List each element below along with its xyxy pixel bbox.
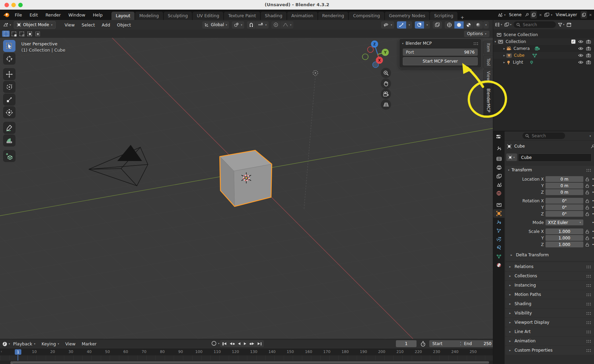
timeline-ruler[interactable]: ‹ 10203040506070809010011012013014015016… [0, 349, 493, 355]
viewport-menu-add[interactable]: Add [98, 22, 114, 28]
workspace-tab-compositing[interactable]: Compositing [349, 12, 384, 20]
object-name-field[interactable]: Cube [518, 153, 592, 162]
transform-drag-handle[interactable] [586, 169, 591, 172]
tab-material-properties[interactable] [493, 261, 505, 269]
object-mode-dropdown[interactable]: Object Mode ▾ [14, 21, 56, 29]
timeline-scrollbar[interactable] [0, 361, 493, 364]
snap-toggle[interactable] [247, 21, 256, 29]
drag-handle[interactable] [586, 293, 591, 296]
menu-edit[interactable]: Edit [26, 12, 42, 18]
tab-particle-properties[interactable] [493, 226, 505, 235]
rotation-z-field[interactable]: 0° [546, 211, 583, 217]
timeline-editor-type-dropdown[interactable]: ▾ [2, 341, 10, 347]
outliner-row-scene-collection[interactable]: Scene Collection [493, 31, 594, 38]
unlink-scene-button[interactable]: ✕ [538, 13, 542, 17]
properties-editor-type-dropdown[interactable] [493, 132, 505, 141]
frame-start-field[interactable]: Start1 [429, 340, 466, 347]
scale-y-field[interactable]: 1.000 [546, 235, 583, 241]
panel-collections[interactable]: ▸Collections [505, 271, 594, 280]
menu-help[interactable]: Help [89, 12, 107, 18]
zoom-window-button[interactable] [18, 3, 23, 7]
jump-to-end-button[interactable] [256, 340, 263, 347]
panel-custom-properties[interactable]: ▸Custom Properties [505, 346, 594, 355]
sidebar-tab-view[interactable]: View [483, 69, 493, 83]
select-mode-subtract-button[interactable] [18, 31, 25, 37]
animate-dot[interactable]: • [592, 212, 594, 216]
tab-render-properties[interactable] [493, 154, 505, 163]
perspective-toggle-button[interactable] [381, 99, 391, 110]
panel-visibility[interactable]: ▸Visibility [505, 309, 594, 318]
location-z-field[interactable]: 0 m [546, 189, 583, 195]
gizmo-dropdown[interactable]: ▾ [407, 21, 412, 29]
lock-icon[interactable] [585, 243, 589, 247]
proportional-falloff-dropdown[interactable]: ▾ [281, 21, 293, 29]
scale-z-field[interactable]: 1.000 [546, 242, 583, 247]
tab-view-layer-properties[interactable] [493, 172, 505, 180]
workspace-tab-sculpting[interactable]: Sculpting [164, 12, 192, 20]
playhead-line[interactable] [18, 355, 18, 361]
breadcrumb-object-name[interactable]: Cube [514, 144, 525, 149]
tab-world-properties[interactable] [493, 189, 505, 197]
show-object-types-dropdown[interactable]: ▾ [381, 21, 394, 29]
rotation-y-field[interactable]: 0° [546, 204, 583, 210]
navigation-axis-gizmo[interactable]: Z Y X [361, 39, 393, 70]
light-expand-chevron[interactable]: ▸ [502, 61, 506, 64]
light-hide-icon[interactable] [578, 61, 583, 64]
sidebar-tab-tool[interactable]: Tool [483, 55, 493, 69]
tab-output-properties[interactable] [493, 163, 505, 172]
timeline-menu-playback[interactable]: Playback▾ [10, 341, 39, 346]
workspace-tab-animation[interactable]: Animation [287, 12, 317, 20]
camera-hide-icon[interactable] [578, 47, 583, 50]
outliner-filter-id-dropdown[interactable]: ▾ [504, 22, 511, 27]
menu-file[interactable]: File [11, 12, 26, 18]
workspace-tab-geometry-nodes[interactable]: Geometry Nodes [385, 12, 429, 20]
tab-object-data-properties[interactable] [493, 252, 505, 261]
animate-dot[interactable]: • [592, 205, 594, 210]
tab-physics-properties[interactable] [493, 235, 505, 244]
shading-solid-button[interactable] [454, 21, 464, 29]
drag-handle[interactable] [586, 312, 591, 315]
lock-icon[interactable] [585, 177, 589, 181]
tab-tool-properties[interactable] [493, 144, 505, 152]
outliner-row-collection[interactable]: ▾ Collection ✓ [493, 38, 594, 45]
ruler-collapse-chevron[interactable]: ‹ [1, 350, 2, 353]
cube-expand-chevron[interactable]: ▸ [502, 54, 506, 57]
drag-handle[interactable] [586, 321, 591, 324]
tool-cursor[interactable] [3, 53, 15, 65]
viewlayer-icon[interactable] [544, 12, 550, 17]
tab-modifier-properties[interactable] [493, 218, 505, 226]
light-data-icon[interactable] [529, 60, 534, 65]
panel-viewport-display[interactable]: ▸Viewport Display [505, 318, 594, 327]
tool-measure[interactable] [3, 135, 15, 147]
viewlayer-name[interactable]: ViewLayer [554, 12, 579, 17]
outliner-row-cube[interactable]: ▸ Cube [493, 52, 594, 59]
object-id-icon-dropdown[interactable]: ▾ [506, 153, 517, 161]
tab-collection-properties[interactable] [493, 201, 505, 209]
new-collection-button[interactable] [566, 22, 572, 27]
xray-toggle[interactable] [433, 21, 442, 29]
close-window-button[interactable] [4, 3, 9, 7]
timeline-tracks[interactable] [0, 355, 493, 361]
select-mode-invert-button[interactable] [26, 31, 33, 37]
animate-dot[interactable]: • [592, 229, 594, 234]
lock-icon[interactable] [585, 236, 589, 240]
shading-material-button[interactable] [464, 21, 473, 29]
play-reverse-button[interactable] [236, 340, 242, 347]
workspace-tab-shading[interactable]: Shading [261, 12, 287, 20]
tab-scene-properties[interactable] [493, 180, 505, 189]
select-mode-intersect-button[interactable] [34, 31, 41, 37]
lock-icon[interactable] [585, 229, 589, 234]
location-y-field[interactable]: 0 m [546, 183, 583, 189]
timeline-menu-keying[interactable]: Keying▾ [39, 341, 62, 346]
scene-browse-chevron[interactable]: ▾ [504, 13, 506, 17]
viewport-menu-select[interactable]: Select [78, 22, 98, 28]
drag-handle[interactable] [586, 330, 591, 333]
animate-dot[interactable]: • [592, 236, 594, 240]
workspace-tab-rendering[interactable]: Rendering [318, 12, 348, 20]
properties-search-input[interactable] [531, 133, 553, 139]
menu-window[interactable]: Window [65, 12, 89, 18]
remove-viewlayer-button[interactable]: ✕ [588, 13, 593, 17]
auto-keying-toggle[interactable]: ▾ [211, 340, 219, 346]
rotation-x-field[interactable]: 0° [546, 198, 583, 204]
animate-dot[interactable]: • [592, 199, 594, 203]
